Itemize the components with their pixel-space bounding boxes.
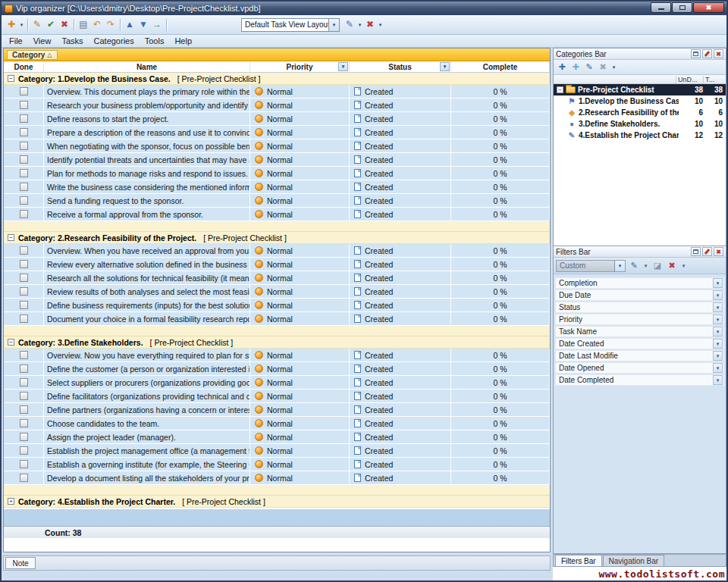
total-column-header[interactable]: T...: [703, 76, 726, 83]
print-icon[interactable]: ▤: [77, 18, 90, 31]
chevron-down-icon[interactable]: ▾: [614, 261, 625, 271]
task-row[interactable]: Define the customer (a person or organiz…: [4, 362, 550, 376]
delete-category-icon[interactable]: ✖: [597, 61, 609, 73]
filter-dropdown-button[interactable]: ▾: [713, 339, 723, 349]
filter-field-date-completed[interactable]: Date Completed▾: [555, 374, 724, 386]
column-header-complete[interactable]: Complete: [451, 61, 550, 72]
move-up-icon[interactable]: ▲: [123, 18, 136, 31]
menu-file[interactable]: File: [4, 36, 28, 46]
new-task-icon[interactable]: ✚: [5, 18, 18, 31]
menu-view[interactable]: View: [28, 36, 57, 46]
filter-dropdown-button[interactable]: ▾: [713, 363, 723, 373]
task-row[interactable]: Define reasons to start the project.Norm…: [4, 112, 550, 126]
task-checkbox[interactable]: [20, 365, 28, 373]
complete-task-icon[interactable]: ✔: [44, 18, 58, 31]
dropdown-arrow-icon[interactable]: ▾: [680, 263, 687, 269]
task-checkbox[interactable]: [20, 128, 28, 136]
task-checkbox[interactable]: [20, 155, 28, 164]
task-checkbox[interactable]: [20, 351, 28, 359]
task-checkbox[interactable]: [20, 392, 28, 400]
group-row[interactable]: −Category: 3.Define Stakeholders.[ Pre-P…: [4, 336, 550, 349]
tree-item[interactable]: −Pre-Project Checklist3838: [554, 84, 726, 95]
group-row[interactable]: −Category: 2.Research Feasibility of the…: [4, 232, 550, 244]
task-row[interactable]: Overview. Now you have everything requir…: [4, 349, 550, 362]
filter-dropdown-button[interactable]: ▾: [713, 278, 723, 288]
restore-panel-button[interactable]: [691, 49, 701, 58]
task-row[interactable]: Document your choice in a formal feasibi…: [4, 312, 550, 326]
chevron-down-icon[interactable]: ▾: [610, 64, 617, 70]
task-row[interactable]: Select suppliers or procurers (organizat…: [4, 376, 550, 390]
filter-field-completion[interactable]: Completion▾: [555, 277, 724, 289]
maximize-button[interactable]: [672, 2, 692, 13]
task-checkbox[interactable]: [20, 169, 28, 177]
tab-navigation-bar[interactable]: Navigation Bar: [603, 555, 665, 566]
group-expander-icon[interactable]: −: [8, 339, 14, 346]
task-row[interactable]: Define business requirements (inputs) fo…: [4, 299, 550, 312]
chevron-down-icon[interactable]: ▾: [377, 22, 384, 28]
go-icon[interactable]: →: [150, 18, 164, 31]
task-checkbox[interactable]: [20, 87, 28, 95]
delete-filter-icon[interactable]: ✖: [666, 260, 678, 271]
task-checkbox[interactable]: [20, 101, 28, 109]
task-row[interactable]: When negotiating with the sponsor, focus…: [4, 139, 550, 153]
pin-panel-button[interactable]: [702, 49, 712, 58]
delete-layout-icon[interactable]: ✖: [363, 18, 377, 31]
task-row[interactable]: Establish a governing institute (for exa…: [4, 458, 550, 471]
status-filter-button[interactable]: ▾: [440, 62, 450, 71]
task-checkbox[interactable]: [20, 378, 28, 386]
group-by-category-chip[interactable]: Category △: [7, 50, 58, 60]
layout-combo[interactable]: Default Task View Layout▾: [241, 18, 340, 32]
filter-field-date-last-modifie[interactable]: Date Last Modifie▾: [555, 350, 724, 361]
clear-filter-icon[interactable]: ◪: [651, 260, 664, 271]
task-checkbox[interactable]: [20, 419, 28, 427]
filter-dropdown-button[interactable]: ▾: [713, 327, 723, 336]
task-row[interactable]: Identify potential threats and uncertain…: [4, 153, 550, 167]
new-category-icon[interactable]: ✚: [556, 61, 568, 73]
task-checkbox[interactable]: [20, 301, 28, 309]
task-checkbox[interactable]: [20, 183, 28, 191]
redo-icon[interactable]: ↷: [104, 18, 118, 31]
column-header-status[interactable]: Status▾: [350, 61, 451, 72]
group-row[interactable]: +Category: 4.Establish the Project Chart…: [4, 496, 550, 508]
filter-field-date-opened[interactable]: Date Opened▾: [555, 362, 724, 374]
task-row[interactable]: Choose candidates to the team.NormalCrea…: [4, 417, 550, 430]
tree-item[interactable]: ⚑1.Develop the Business Case.1010: [554, 95, 726, 107]
task-row[interactable]: Review every alternative solution define…: [4, 258, 550, 271]
edit-filter-icon[interactable]: ✎: [628, 260, 640, 271]
task-checkbox[interactable]: [20, 433, 28, 441]
filter-field-priority[interactable]: Priority▾: [555, 314, 724, 325]
task-row[interactable]: Receive a formal approval from the spons…: [4, 208, 550, 221]
undone-column-header[interactable]: UnD...: [676, 76, 703, 83]
close-panel-button[interactable]: ✖: [714, 49, 723, 58]
task-row[interactable]: Establish the project management office …: [4, 444, 550, 458]
tab-note[interactable]: Note: [5, 557, 36, 569]
move-down-icon[interactable]: ▼: [136, 18, 150, 31]
task-checkbox[interactable]: [20, 460, 28, 468]
task-row[interactable]: Research your business problem/opportuni…: [4, 99, 550, 112]
filter-dropdown-button[interactable]: ▾: [713, 290, 723, 300]
group-expander-icon[interactable]: +: [8, 498, 14, 505]
tree-item[interactable]: ◆2.Research Feasibility of the P66: [554, 107, 726, 118]
task-row[interactable]: Develop a document listing all the stake…: [4, 471, 550, 485]
tree-expander-icon[interactable]: −: [557, 86, 563, 93]
dropdown-arrow-icon[interactable]: ▾: [642, 263, 649, 269]
pin-panel-button[interactable]: [702, 247, 712, 256]
task-row[interactable]: Write the business case considering the …: [4, 180, 550, 194]
task-checkbox[interactable]: [20, 260, 28, 268]
task-checkbox[interactable]: [20, 474, 28, 482]
menu-help[interactable]: Help: [169, 36, 197, 46]
task-checkbox[interactable]: [20, 114, 28, 123]
task-row[interactable]: Plan for methods to manage risks and res…: [4, 167, 550, 180]
task-row[interactable]: Overview. This document plays the primar…: [4, 85, 550, 99]
task-checkbox[interactable]: [20, 142, 28, 150]
priority-filter-button[interactable]: ▾: [338, 62, 348, 71]
task-checkbox[interactable]: [20, 405, 28, 414]
task-checkbox[interactable]: [20, 196, 28, 205]
menu-tasks[interactable]: Tasks: [56, 36, 88, 46]
task-checkbox[interactable]: [20, 246, 28, 255]
group-expander-icon[interactable]: −: [8, 75, 14, 82]
chevron-down-icon[interactable]: ▾: [328, 19, 339, 31]
task-row[interactable]: Assign the project leader (manager).Norm…: [4, 430, 550, 444]
column-header-name[interactable]: Name: [44, 61, 250, 72]
task-row[interactable]: Define facilitators (organizations provi…: [4, 390, 550, 403]
